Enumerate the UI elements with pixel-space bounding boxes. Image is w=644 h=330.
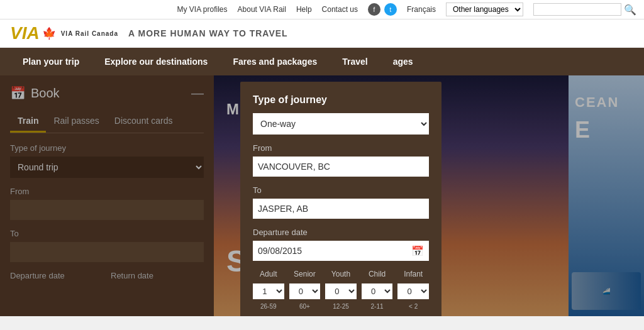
- nav-explore-destinations[interactable]: Explore our destinations: [92, 48, 220, 75]
- francais-link[interactable]: Français: [407, 5, 436, 14]
- child-age: 2-11: [362, 303, 393, 310]
- social-icon-1: f: [368, 3, 380, 16]
- infant-select-col: 012: [397, 283, 429, 299]
- modal-departure-label: Departure date: [253, 228, 429, 237]
- modal-title: Type of journey: [253, 94, 429, 106]
- youth-col: Youth: [325, 270, 357, 281]
- passenger-selects-row: 123 012 012 012: [253, 283, 429, 299]
- top-search-input[interactable]: [533, 3, 621, 16]
- youth-select-col: 012: [325, 283, 357, 299]
- departure-date-wrapper: 📅: [253, 241, 429, 261]
- modal-from-label: From: [253, 143, 429, 153]
- infant-col: Infant: [397, 270, 429, 281]
- modal-overlay: Type of journey One-way Round trip From …: [0, 75, 644, 316]
- my-via-profiles-link[interactable]: My VIA profiles: [177, 5, 228, 14]
- child-select-col: 012: [362, 283, 393, 299]
- youth-label: Youth: [325, 270, 357, 278]
- youth-select[interactable]: 012: [325, 283, 357, 299]
- age-ranges-row: 26-59 60+ 12-25 2-11 < 2: [253, 302, 429, 310]
- infant-select[interactable]: 012: [397, 283, 429, 299]
- search-icon[interactable]: 🔍: [624, 4, 636, 16]
- modal-journey-select[interactable]: One-way Round trip: [253, 113, 429, 135]
- social-icons: f t: [368, 3, 397, 16]
- nav-ages[interactable]: ages: [380, 48, 426, 75]
- adult-label: Adult: [253, 270, 284, 278]
- via-logo: VIA 🍁 VIA Rail Canada: [10, 25, 118, 42]
- adult-col: Adult: [253, 270, 284, 281]
- language-select[interactable]: Other languages: [446, 3, 523, 16]
- nav-travel[interactable]: Travel: [330, 48, 380, 75]
- adult-select-col: 123: [253, 283, 284, 299]
- child-select[interactable]: 012: [362, 283, 393, 299]
- youth-age: 12-25: [325, 303, 357, 310]
- child-col: Child: [362, 270, 393, 281]
- senior-select[interactable]: 012: [289, 283, 321, 299]
- modal-departure-input[interactable]: [253, 241, 429, 261]
- modal-to-input[interactable]: [253, 199, 429, 219]
- top-nav: My VIA profiles About VIA Rail Help Cont…: [0, 0, 644, 19]
- senior-select-col: 012: [289, 283, 321, 299]
- content-area: 📅 Book — Train Rail passes Discount card…: [0, 75, 644, 316]
- booking-modal: Type of journey One-way Round trip From …: [240, 82, 441, 316]
- passenger-labels-row: Adult Senior Youth Child Infant: [253, 270, 429, 281]
- main-nav: Plan your trip Explore our destinations …: [0, 48, 644, 75]
- logo-area: VIA 🍁 VIA Rail Canada A MORE HUMAN WAY T…: [0, 19, 644, 48]
- nav-fares-packages[interactable]: Fares and packages: [220, 48, 330, 75]
- nav-plan-your-trip[interactable]: Plan your trip: [10, 48, 92, 75]
- modal-to-label: To: [253, 185, 429, 195]
- social-icon-2: t: [384, 3, 397, 16]
- maple-leaf-icon: 🍁: [42, 26, 56, 40]
- via-logo-text: VIA: [10, 25, 40, 42]
- tagline: A MORE HUMAN WAY TO TRAVEL: [128, 28, 288, 38]
- adult-select[interactable]: 123: [253, 283, 284, 299]
- adult-age: 26-59: [253, 303, 284, 310]
- modal-from-input[interactable]: [253, 157, 429, 177]
- senior-age: 60+: [289, 303, 321, 310]
- child-label: Child: [362, 270, 393, 278]
- senior-col: Senior: [289, 270, 321, 281]
- about-via-rail-link[interactable]: About VIA Rail: [238, 5, 286, 14]
- contact-us-link[interactable]: Contact us: [322, 5, 358, 14]
- help-link[interactable]: Help: [296, 5, 312, 14]
- infant-age: < 2: [397, 303, 429, 310]
- via-rail-canada-text: VIA Rail Canada: [61, 30, 118, 37]
- infant-label: Infant: [397, 270, 429, 278]
- senior-label: Senior: [289, 270, 321, 278]
